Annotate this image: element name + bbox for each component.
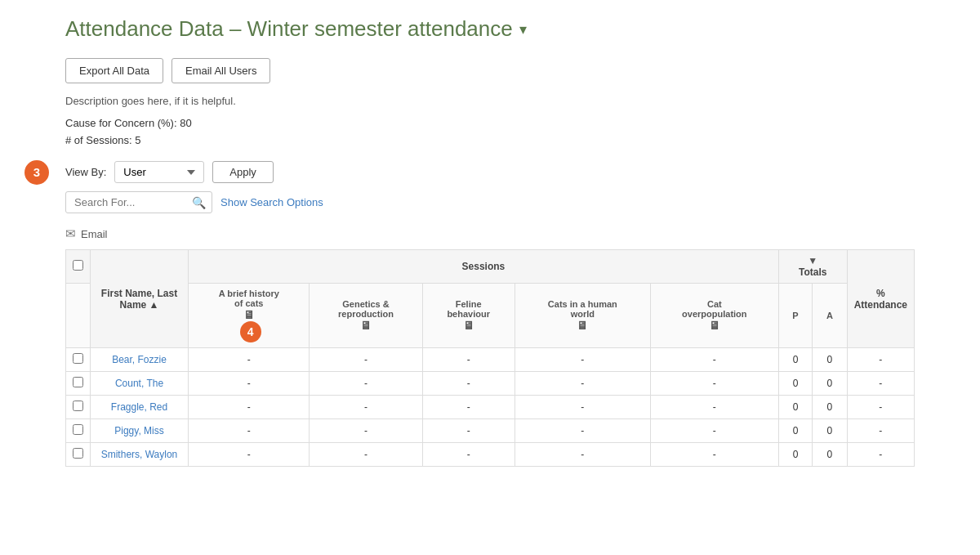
email-label[interactable]: Email	[81, 228, 108, 240]
row-session-5: -	[650, 348, 778, 372]
row-present: 0	[778, 348, 812, 372]
export-all-button[interactable]: Export All Data	[65, 58, 163, 83]
row-name[interactable]: Fraggle, Red	[91, 396, 189, 419]
row-session-5: -	[650, 419, 778, 443]
search-input[interactable]	[65, 191, 212, 213]
email-all-users-button[interactable]: Email All Users	[172, 58, 270, 83]
title-chevron-icon[interactable]: ▾	[519, 20, 527, 38]
row-checkbox[interactable]	[73, 377, 83, 387]
view-by-section: 3 View By: User Group Session Apply	[65, 161, 915, 183]
toolbar: Export All Data Email All Users	[65, 58, 915, 83]
row-checkbox-cell	[66, 396, 91, 419]
email-icon: ✉	[65, 226, 76, 241]
session-1-icon: 🖥	[195, 308, 302, 321]
th-session-5: Catoverpopulation 🖥	[650, 284, 778, 348]
show-search-options-link[interactable]: Show Search Options	[220, 196, 323, 208]
session-3-title: Felinebehaviour	[430, 299, 508, 319]
session-5-icon: 🖥	[657, 319, 772, 332]
step-badge-4: 4	[240, 321, 261, 342]
row-session-3: -	[422, 372, 514, 396]
view-by-select[interactable]: User Group Session	[114, 161, 204, 183]
row-session-1: -	[189, 396, 310, 419]
row-session-1: -	[189, 348, 310, 372]
cause-for-concern: Cause for Concern (%): 80	[65, 117, 915, 129]
th-percent: % Attendance	[847, 250, 914, 348]
session-4-title: Cats in a humanworld	[522, 299, 644, 319]
row-name[interactable]: Count, The	[91, 372, 189, 396]
step-badge-3: 3	[24, 160, 49, 185]
th-name: First Name, Last Name ▲	[91, 250, 189, 348]
table-row: Piggy, Miss-----00-	[66, 419, 915, 443]
page-title: Attendance Data – Winter semester attend…	[65, 16, 915, 42]
row-session-3: -	[422, 348, 514, 372]
title-text: Attendance Data – Winter semester attend…	[65, 16, 513, 42]
table-row: Smithers, Waylon-----00-	[66, 443, 915, 467]
row-session-1: -	[189, 372, 310, 396]
th-checkbox-row2	[66, 284, 91, 348]
row-checkbox-cell	[66, 419, 91, 443]
th-session-4: Cats in a humanworld 🖥	[514, 284, 650, 348]
session-5-title: Catoverpopulation	[657, 299, 772, 319]
row-session-2: -	[310, 396, 422, 419]
description-text: Description goes here, if it is helpful.	[65, 95, 915, 107]
row-absent: 0	[813, 419, 847, 443]
th-totals: ▼ Totals	[778, 250, 847, 284]
row-session-3: -	[422, 419, 514, 443]
row-absent: 0	[813, 443, 847, 467]
th-totals-a: A	[813, 284, 847, 348]
row-session-2: -	[310, 372, 422, 396]
row-present: 0	[778, 419, 812, 443]
row-session-5: -	[650, 372, 778, 396]
row-checkbox[interactable]	[73, 401, 83, 411]
row-session-4: -	[514, 419, 650, 443]
select-all-checkbox[interactable]	[73, 260, 83, 271]
row-session-2: -	[310, 443, 422, 467]
th-sessions: Sessions	[189, 250, 779, 284]
search-icon: 🔍	[192, 196, 206, 209]
row-percent: -	[847, 443, 914, 467]
th-session-1: A brief historyof cats 🖥 4	[189, 284, 310, 348]
row-session-4: -	[514, 443, 650, 467]
row-present: 0	[778, 396, 812, 419]
row-checkbox-cell	[66, 443, 91, 467]
row-checkbox[interactable]	[73, 353, 83, 364]
row-session-1: -	[189, 443, 310, 467]
totals-filter-icon: ▼	[808, 255, 817, 266]
row-session-5: -	[650, 396, 778, 419]
view-by-label: View By:	[65, 166, 106, 178]
session-2-title: Genetics &reproduction	[316, 299, 415, 319]
search-row: 🔍 Show Search Options	[65, 191, 915, 213]
th-session-2: Genetics &reproduction 🖥	[310, 284, 422, 348]
row-name[interactable]: Smithers, Waylon	[91, 443, 189, 467]
session-2-icon: 🖥	[316, 319, 415, 332]
row-session-3: -	[422, 396, 514, 419]
row-session-3: -	[422, 443, 514, 467]
sessions-count: # of Sessions: 5	[65, 134, 915, 146]
th-session-3: Felinebehaviour 🖥	[422, 284, 514, 348]
row-session-4: -	[514, 372, 650, 396]
row-session-1: -	[189, 419, 310, 443]
row-session-4: -	[514, 348, 650, 372]
table-row: Count, The-----00-	[66, 372, 915, 396]
row-session-2: -	[310, 348, 422, 372]
row-name[interactable]: Piggy, Miss	[91, 419, 189, 443]
attendance-table: First Name, Last Name ▲ Sessions ▼ Total…	[65, 249, 915, 467]
row-present: 0	[778, 372, 812, 396]
row-checkbox-cell	[66, 372, 91, 396]
row-checkbox[interactable]	[73, 424, 83, 435]
row-absent: 0	[813, 396, 847, 419]
row-name[interactable]: Bear, Fozzie	[91, 348, 189, 372]
row-session-4: -	[514, 396, 650, 419]
table-row: Fraggle, Red-----00-	[66, 396, 915, 419]
th-totals-p: P	[778, 284, 812, 348]
th-checkbox	[66, 250, 91, 284]
row-percent: -	[847, 396, 914, 419]
session-1-title: A brief historyof cats	[195, 289, 302, 308]
row-checkbox-cell	[66, 348, 91, 372]
row-percent: -	[847, 372, 914, 396]
row-checkbox[interactable]	[73, 448, 83, 459]
row-percent: -	[847, 348, 914, 372]
apply-button[interactable]: Apply	[212, 161, 274, 183]
row-absent: 0	[813, 372, 847, 396]
row-session-2: -	[310, 419, 422, 443]
